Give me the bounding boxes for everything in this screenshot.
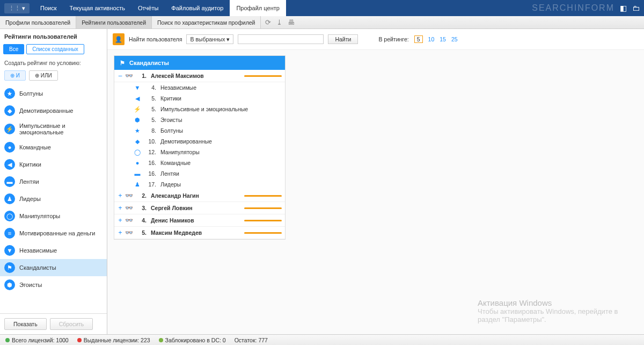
flag-icon: ⚑ — [119, 59, 126, 67]
rank-number: 2. — [135, 192, 147, 199]
category-item[interactable]: ▼Независимые — [0, 242, 107, 259]
detail-name: Независимые — [160, 84, 282, 91]
sub-tab-bar: Профили пользователей Рейтинги пользоват… — [0, 16, 644, 29]
search-input[interactable] — [238, 34, 324, 44]
category-icon: ▼ — [4, 245, 15, 256]
detail-icon: ◯ — [134, 148, 141, 156]
category-label: Лидеры — [19, 196, 41, 202]
detail-row: ⚡5.Импульсивные и эмоциональные — [114, 104, 285, 114]
category-item[interactable]: ◯Манипуляторы — [0, 207, 107, 225]
folder-icon[interactable]: 🗀 — [632, 4, 640, 12]
category-icon: ≡ — [4, 228, 15, 239]
category-icon: ♟ — [4, 193, 15, 204]
rank-number: 1. — [135, 73, 147, 79]
category-item[interactable]: ≡Мотивированные на деньги — [0, 225, 107, 242]
category-label: Демотивированные — [19, 107, 73, 114]
create-rating-label: Создать рейтинг по условию: — [0, 58, 107, 68]
scope-select[interactable]: В выбранных ▾ — [186, 34, 233, 44]
subtab-ratings[interactable]: Рейтинги пользователей — [76, 16, 152, 28]
expand-icon[interactable]: + — [118, 229, 123, 236]
refresh-icon[interactable]: ⟳ — [265, 18, 271, 26]
detail-row: ♟17.Лидеры — [114, 179, 285, 190]
category-icon: ★ — [4, 88, 15, 99]
detail-name: Эгоисты — [160, 117, 282, 123]
app-menu-button[interactable]: ⋮⋮ ▾ — [4, 3, 30, 13]
category-item[interactable]: ⬢Эгоисты — [0, 276, 107, 293]
category-item[interactable]: ⚑Скандалисты — [0, 259, 107, 276]
detail-icon: ⬢ — [134, 116, 141, 124]
nav-reports[interactable]: Отчёты — [131, 0, 165, 16]
category-label: Лентяи — [19, 178, 39, 185]
detail-icon: ▬ — [134, 170, 141, 177]
ranking-row[interactable]: +👓4.Денис Намиков — [114, 214, 285, 227]
detail-name: Демотивированные — [160, 138, 282, 145]
detail-rank: 4. — [145, 84, 156, 91]
export-icon[interactable]: ⤓ — [276, 18, 282, 26]
glasses-icon: 👓 — [125, 192, 133, 199]
filter-created[interactable]: Список созданных — [26, 44, 84, 54]
rank-5[interactable]: 5 — [414, 35, 423, 43]
detail-icon: ● — [134, 159, 141, 167]
category-item[interactable]: ★Болтуны — [0, 85, 107, 102]
expand-icon[interactable]: + — [118, 217, 123, 224]
rank-25[interactable]: 25 — [451, 36, 458, 42]
filter-all[interactable]: Все — [3, 44, 24, 54]
rank-15[interactable]: 15 — [440, 36, 446, 42]
ranking-row[interactable]: +👓3.Сергей Ловкин — [114, 202, 285, 214]
detail-rank: 5. — [145, 106, 156, 112]
brand-text: SEARCHINFORM — [532, 3, 614, 13]
nav-search[interactable]: Поиск — [34, 0, 63, 16]
logic-or-button[interactable]: ⊕ ИЛИ — [29, 70, 58, 81]
category-item[interactable]: ●Командные — [0, 139, 107, 156]
detail-name: Командные — [160, 160, 282, 166]
score-bar — [244, 232, 282, 234]
detail-rank: 16. — [145, 170, 156, 177]
rank-number: 4. — [135, 217, 147, 224]
nav-profile-center[interactable]: Профайл центр — [230, 0, 286, 16]
expand-icon[interactable]: + — [118, 204, 123, 212]
category-list: ★Болтуны◆Демотивированные⚡Импульсивные и… — [0, 85, 107, 313]
category-item[interactable]: ⚡Импульсивные и эмоциональные — [0, 119, 107, 139]
expand-icon[interactable]: + — [118, 192, 123, 199]
glasses-icon: 👓 — [125, 72, 133, 80]
find-button[interactable]: Найти — [328, 34, 358, 44]
category-label: Импульсивные и эмоциональные — [19, 123, 103, 135]
nav-file-auditor[interactable]: Файловый аудитор — [165, 0, 230, 16]
category-icon: ◆ — [4, 105, 15, 116]
score-bar — [244, 220, 282, 221]
detail-rank: 5. — [145, 117, 156, 123]
sidebar-title: Рейтинги пользователей — [0, 29, 107, 44]
detail-name: Критики — [160, 95, 282, 102]
category-label: Болтуны — [19, 90, 43, 97]
ranking-row[interactable]: +👓2.Александр Нагин — [114, 190, 285, 202]
category-item[interactable]: ♟Лидеры — [0, 190, 107, 207]
detail-rank: 12. — [145, 149, 156, 155]
category-label: Критики — [19, 161, 41, 168]
detail-rank: 16. — [145, 160, 156, 166]
subtab-search-profiles[interactable]: Поиск по характеристикам профилей — [152, 16, 261, 28]
category-item[interactable]: ▬Лентяи — [0, 173, 107, 190]
category-icon: ⚑ — [4, 262, 15, 273]
expand-icon[interactable]: – — [118, 72, 123, 80]
detail-icon: ♟ — [134, 181, 141, 188]
detail-name: Импульсивные и эмоциональные — [160, 106, 282, 112]
rank-10[interactable]: 10 — [428, 36, 435, 42]
subtab-profiles[interactable]: Профили пользователей — [0, 16, 76, 28]
clear-button[interactable]: Сбросить — [50, 318, 93, 330]
logic-and-button[interactable]: ⊕ И — [4, 70, 26, 81]
print-icon[interactable]: 🖶 — [288, 18, 295, 26]
category-item[interactable]: ◀Критики — [0, 156, 107, 173]
ranking-row[interactable]: +👓5.Максим Медведев — [114, 227, 285, 239]
sidebar: Рейтинги пользователей Все Список создан… — [0, 29, 107, 334]
glasses-icon: 👓 — [125, 229, 133, 236]
category-label: Мотивированные на деньги — [19, 230, 95, 236]
ranking-panel: ⚑ Скандалисты –👓1.Алексей Максимов▼4.Нез… — [114, 55, 286, 240]
show-button[interactable]: Показать — [4, 318, 47, 330]
ranking-row[interactable]: –👓1.Алексей Максимов — [114, 70, 285, 82]
nav-activity[interactable]: Текущая активность — [63, 0, 131, 16]
detail-row: ◯12.Манипуляторы — [114, 147, 285, 157]
category-item[interactable]: ◆Демотивированные — [0, 102, 107, 119]
detail-rank: 8. — [145, 127, 156, 134]
cube-icon[interactable]: ◧ — [620, 4, 627, 12]
detail-name: Лидеры — [160, 181, 282, 188]
